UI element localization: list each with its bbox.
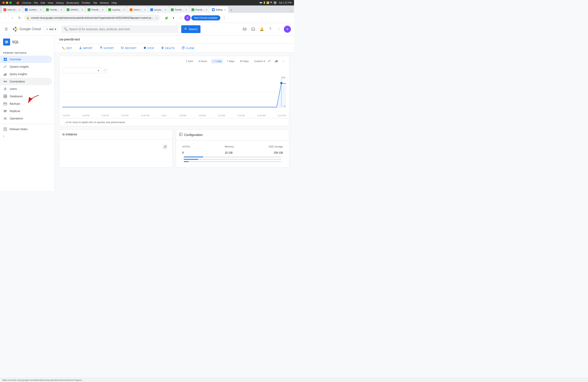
chart-line-icon[interactable] (267, 58, 272, 64)
x-label-11: 12:00 PM (278, 115, 286, 117)
menu-tab[interactable]: Tab (93, 1, 97, 4)
tab-logexp[interactable]: Log Exp... ✕ (106, 7, 128, 13)
sidebar-item-query-insights[interactable]: Query insights (0, 70, 52, 78)
edit-label: EDIT (66, 47, 72, 50)
bell-button[interactable]: 🔔 (258, 26, 265, 33)
tab-saipee-close[interactable]: ✕ (164, 8, 167, 11)
chart-section: 1 hour 6 hours ✓ 1 day 7 days 30 days Cu… (59, 56, 289, 126)
sidebar-item-release-notes[interactable]: Release Notes (0, 126, 52, 133)
back-button[interactable]: ‹ (2, 15, 9, 21)
tab-conf[interactable]: Confere... ✕ (23, 7, 44, 13)
extensions-button[interactable]: 🧩 (163, 15, 169, 21)
vcpus-bar-fill (184, 157, 203, 157)
help-button[interactable]: ? (267, 26, 274, 33)
user-avatar[interactable]: S (284, 26, 291, 33)
forward-button[interactable]: › (9, 15, 16, 21)
download-button[interactable]: ⬇ (170, 15, 177, 21)
sidebar-toggle[interactable]: ⬚ (177, 15, 184, 21)
sidebar-item-system-insights[interactable]: System insights (0, 63, 52, 70)
sidebar-item-databases[interactable]: Databases (0, 93, 52, 100)
menu-file[interactable]: File (34, 1, 38, 4)
tab-peerdb3[interactable]: Peerdb... ✕ (169, 7, 189, 13)
new-tab-button[interactable]: + (229, 7, 234, 13)
restart-button[interactable]: RESTART (118, 45, 139, 51)
sidebar-item-overview[interactable]: Overview (0, 56, 52, 63)
sidebar-item-users[interactable]: Users (0, 85, 52, 93)
hamburger-menu[interactable]: ☰ (3, 26, 9, 32)
sidebar-item-connections[interactable]: Connections (0, 78, 52, 85)
tab-peerdb1[interactable]: Peerdb... ✕ (44, 7, 64, 13)
time-6hours[interactable]: 6 hours (197, 59, 209, 64)
export-button[interactable]: EXPORT (97, 45, 117, 51)
tab-gmail-close[interactable]: ✕ (18, 8, 21, 11)
tab-logexp-close[interactable]: ✕ (123, 8, 126, 11)
chart-controls[interactable]: ⋮ (267, 58, 286, 64)
tab-end-controls[interactable]: ⋮ (290, 10, 293, 13)
sidebar-item-replicas[interactable]: Replicas (0, 107, 52, 115)
menu-chrome[interactable]: Chrome (22, 1, 31, 4)
time-1day[interactable]: ✓ 1 day (211, 59, 223, 64)
address-bar[interactable]: 🔒 console.cloud.google.com/sql/instances… (24, 15, 160, 21)
menu-view[interactable]: View (48, 1, 53, 4)
clone-button[interactable]: CLONE (179, 45, 197, 51)
menu-profiles[interactable]: Profiles (82, 1, 90, 4)
maximize-dot[interactable] (9, 1, 12, 4)
reload-button[interactable]: ↻ (16, 15, 22, 21)
chart-more-icon[interactable]: ⋮ (281, 58, 286, 64)
search-input[interactable] (69, 28, 176, 31)
edit-button[interactable]: ✏️ EDIT (59, 45, 75, 51)
filter-dropdown[interactable]: ▾ (63, 68, 101, 73)
time-1hour[interactable]: 1 hour (184, 59, 195, 64)
time-custom[interactable]: Custom ▾ (252, 59, 267, 64)
tab-dais24-close[interactable]: ✕ (81, 8, 84, 11)
sidebar-item-operations[interactable]: Operations (0, 115, 52, 122)
stop-button[interactable]: STOP (141, 45, 157, 51)
tab-peerdb4[interactable]: Peerdb... ✕ (189, 7, 210, 13)
menu-edit[interactable]: Edit (41, 1, 45, 4)
time-30days[interactable]: 30 days (238, 59, 251, 64)
chart-bar-icon[interactable] (273, 58, 279, 64)
tab-home[interactable]: Home /... ✕ (128, 7, 148, 13)
search-button[interactable]: 🔍 Search (181, 25, 200, 33)
menu-history[interactable]: History (56, 1, 64, 4)
tab-home-close[interactable]: ✕ (144, 8, 146, 11)
delete-label: DELETE (165, 47, 175, 50)
chrome-menu-button[interactable]: ⋮ (221, 15, 227, 21)
settings-button[interactable]: ⋮ (275, 26, 282, 33)
help-button-chart[interactable]: ? (103, 68, 107, 73)
tab-editing[interactable]: Editing ✕ (210, 7, 228, 13)
tab-peerdb3-close[interactable]: ✕ (185, 8, 188, 11)
close-dot[interactable] (2, 1, 5, 4)
menu-apple[interactable]: 🍎 (16, 1, 20, 4)
menu-window[interactable]: Window (100, 1, 109, 4)
sql-logo-icon (5, 40, 9, 44)
terminal-button[interactable] (250, 26, 257, 33)
chrome-update-button[interactable]: New Chrome available (191, 15, 220, 21)
mac-menu-items[interactable]: 🍎 Chrome File Edit View History Bookmark… (16, 1, 117, 4)
sidebar-expand[interactable]: › (0, 133, 54, 139)
minimize-dot[interactable] (6, 1, 8, 4)
tab-peerdb2-close[interactable]: ✕ (102, 8, 104, 11)
menu-bookmarks[interactable]: Bookmarks (66, 1, 79, 4)
tab-saipee[interactable]: sai-pee... ✕ (148, 7, 169, 13)
tab-editing-close[interactable]: ✕ (224, 8, 226, 11)
tab-gmail[interactable]: M Inbox (5... ✕ (1, 7, 23, 13)
time-7days[interactable]: 7 days (225, 59, 236, 64)
delete-button[interactable]: DELETE (158, 45, 178, 51)
mac-window-controls[interactable] (2, 1, 12, 4)
profile-avatar[interactable]: S (184, 15, 190, 21)
tab-dais24[interactable]: DAIS24... ✕ (65, 7, 85, 13)
time-selector[interactable]: 1 hour 6 hours ✓ 1 day 7 days 30 days Cu… (184, 59, 267, 64)
nav-buttons[interactable]: ‹ › ↻ (2, 15, 22, 21)
project-selector[interactable]: ⊙ test ▾ (44, 26, 58, 32)
tab-peerdb2[interactable]: Peerdb... ✕ (86, 7, 106, 13)
sidebar-item-backups[interactable]: Backups (0, 100, 52, 107)
bookmark-icon[interactable]: ☆ (155, 16, 158, 20)
menu-help[interactable]: Help (112, 1, 117, 4)
notifications-button[interactable] (241, 26, 248, 33)
tab-peerdb1-close[interactable]: ✕ (60, 8, 63, 11)
tab-conf-close[interactable]: ✕ (39, 8, 42, 11)
import-button[interactable]: IMPORT (76, 45, 95, 51)
copy-button[interactable] (162, 144, 168, 149)
tab-peerdb4-close[interactable]: ✕ (205, 8, 208, 11)
